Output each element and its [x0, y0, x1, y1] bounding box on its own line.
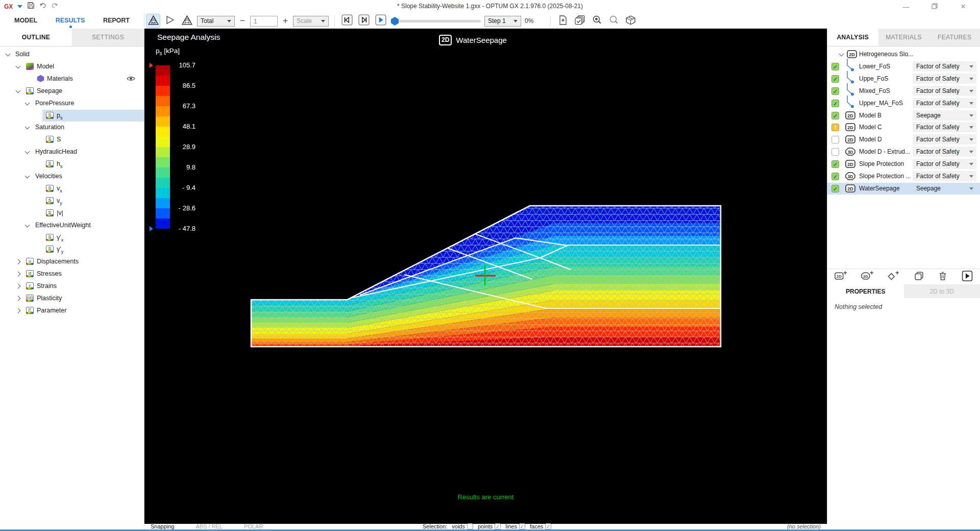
outline-item-stresses[interactable]: σStresses — [0, 268, 144, 280]
outline-item-strains[interactable]: εStrains — [0, 280, 144, 292]
analysis-type-dropdown[interactable]: Factor of Safety — [913, 86, 976, 96]
outline-item-porepressure[interactable]: PorePressure — [0, 98, 144, 109]
multiplier-input[interactable]: 1 — [250, 16, 278, 27]
add-2d-analysis-button[interactable]: 2D — [835, 271, 847, 283]
outline-item-model[interactable]: Model — [0, 61, 144, 73]
chevron-down-icon[interactable] — [25, 222, 30, 227]
close-button[interactable]: × — [959, 2, 968, 11]
outline-item-velocities[interactable]: Velocities — [0, 171, 144, 182]
skip-to-start-button[interactable] — [340, 14, 354, 28]
mesh-view-button[interactable] — [146, 14, 160, 28]
outline-item-seepage[interactable]: SSeepage — [0, 85, 144, 97]
snapping-button[interactable]: Snapping — [151, 523, 175, 529]
new-view-button[interactable] — [556, 14, 570, 28]
outline-item-hs[interactable]: Shs — [0, 158, 144, 170]
chevron-right-icon[interactable] — [16, 284, 21, 289]
outline-item-displacements[interactable]: uDisplacements — [0, 256, 144, 268]
chevron-right-icon[interactable] — [16, 308, 21, 313]
visibility-checkbox[interactable]: ✓ — [831, 112, 839, 119]
chevron-right-icon[interactable] — [16, 296, 21, 301]
eye-icon[interactable] — [127, 76, 135, 83]
increase-button[interactable]: + — [281, 16, 289, 26]
decrease-button[interactable]: − — [238, 16, 247, 26]
analysis-item-upper-ma-fos[interactable]: ✓Upper_MA_FoSFactor of Safety — [827, 98, 980, 109]
zoom-selection-button[interactable] — [590, 14, 603, 28]
analysis-item-model-d-extrud-[interactable]: 3DModel D - Extrud...Factor of Safety — [827, 146, 980, 158]
outline-item-ps[interactable]: Sps — [0, 110, 144, 122]
selection-voids-checkbox[interactable] — [467, 523, 473, 529]
visibility-checkbox[interactable]: ✓ — [831, 100, 839, 107]
run-analysis-button[interactable] — [962, 271, 973, 283]
outline-item-s[interactable]: SS — [0, 134, 144, 146]
tab-settings[interactable]: SETTINGS — [72, 29, 144, 46]
outline-item-vx[interactable]: Svx — [0, 183, 144, 195]
tab-outline[interactable]: OUTLINE — [0, 29, 72, 46]
analysis-item-model-d[interactable]: 2DModel DFactor of Safety — [827, 134, 980, 146]
tab-model[interactable]: MODEL — [14, 13, 37, 29]
analysis-item-slope-protection-[interactable]: ✓3DSlope Protection ...Factor of Safety — [827, 171, 980, 182]
zoom-button[interactable] — [607, 14, 620, 28]
chevron-down-icon[interactable] — [16, 63, 21, 68]
visibility-checkbox[interactable]: ✓ — [831, 173, 839, 180]
scale-dropdown[interactable]: Scale — [293, 16, 329, 27]
outline-item--v-[interactable]: S|v| — [0, 207, 144, 219]
polar-toggle[interactable]: POLAR — [244, 523, 263, 529]
visibility-checkbox[interactable]: ✓ — [831, 160, 839, 168]
warning-checkbox[interactable]: ! — [831, 124, 839, 131]
chevron-down-icon[interactable] — [6, 52, 11, 57]
analysis-type-dropdown[interactable]: Factor of Safety — [913, 147, 976, 157]
analysis-type-dropdown[interactable]: Factor of Safety — [913, 98, 976, 108]
outline-item--y[interactable]: Sγ'y — [0, 244, 144, 255]
selection-faces-checkbox[interactable]: ✓ — [545, 523, 551, 529]
chevron-down-icon[interactable] — [25, 125, 30, 130]
tab-materials[interactable]: MATERIALS — [878, 29, 929, 46]
analysis-type-dropdown[interactable]: Factor of Safety — [913, 61, 976, 71]
outline-item-hydraulichead[interactable]: HydraulicHead — [0, 146, 144, 158]
tab-2d-to-3d[interactable]: 2D to 3D — [904, 284, 980, 298]
tab-features[interactable]: FEATURES — [929, 29, 980, 46]
duplicate-button[interactable] — [914, 271, 924, 283]
tab-properties[interactable]: PROPERTIES — [827, 284, 904, 298]
chevron-down-icon[interactable] — [25, 100, 30, 105]
outline-item-parameter[interactable]: EParameter — [0, 305, 144, 317]
element-view-button[interactable] — [180, 14, 193, 28]
analysis-item-mixed-fos[interactable]: ✓Mixed_FoSFactor of Safety — [827, 85, 980, 97]
tab-report[interactable]: REPORT — [103, 13, 130, 29]
chevron-down-icon[interactable] — [16, 88, 21, 93]
view-mode-dropdown[interactable]: Total — [197, 16, 235, 27]
stages-button[interactable] — [573, 14, 586, 28]
results-canvas[interactable]: Seepage Analysis 2D WaterSeepage ps [kPa… — [144, 29, 827, 524]
seepage-mesh-plot[interactable] — [144, 29, 827, 524]
outline-item-effectiveunitweight[interactable]: EffectiveUnitWeight — [0, 220, 144, 231]
analysis-type-dropdown[interactable]: Factor of Safety — [913, 134, 976, 144]
tab-results[interactable]: RESULTS — [56, 13, 85, 29]
delete-button[interactable] — [938, 271, 948, 283]
add-3d-analysis-button[interactable]: 3D — [861, 271, 874, 283]
visibility-checkbox[interactable]: ✓ — [831, 87, 839, 95]
outline-item-materials[interactable]: Materials — [0, 73, 144, 85]
selection-points-checkbox[interactable]: ✓ — [495, 523, 501, 529]
analysis-item-hetrogeneous-slo-[interactable]: 2DHetrogeneous Slo... — [827, 49, 980, 60]
play-button[interactable] — [374, 14, 387, 28]
analysis-item-model-c[interactable]: !2DModel CFactor of Safety — [827, 122, 980, 133]
outline-item-solid[interactable]: Solid — [0, 49, 144, 60]
skip-to-end-button[interactable] — [357, 14, 371, 28]
visibility-checkbox[interactable]: ✓ — [831, 75, 839, 83]
step-slider[interactable] — [391, 16, 481, 26]
chevron-down-icon[interactable] — [25, 149, 30, 154]
visibility-checkbox[interactable] — [831, 136, 839, 143]
view-3d-button[interactable] — [624, 14, 637, 28]
analysis-type-dropdown[interactable]: Factor of Safety — [913, 159, 976, 169]
tab-analysis[interactable]: ANALYSIS — [827, 29, 878, 46]
outline-item-plasticity[interactable]: (σ)Plasticity — [0, 293, 144, 304]
chevron-right-icon[interactable] — [16, 272, 21, 277]
visibility-checkbox[interactable]: ✓ — [831, 185, 839, 192]
abs-rel-toggle[interactable]: ABS / REL — [196, 523, 223, 529]
analysis-item-lower-fos[interactable]: ✓Lower_FoSFactor of Safety — [827, 61, 980, 73]
analysis-type-dropdown[interactable]: Seepage — [913, 110, 976, 120]
analysis-type-dropdown[interactable]: Factor of Safety — [913, 74, 976, 84]
analysis-item-uppe-fos[interactable]: ✓Uppe_FoSFactor of Safety — [827, 73, 980, 85]
chevron-down-icon[interactable] — [839, 52, 844, 57]
analysis-item-model-b[interactable]: ✓2DModel BSeepage — [827, 110, 980, 122]
minimize-button[interactable]: — — [901, 3, 911, 11]
